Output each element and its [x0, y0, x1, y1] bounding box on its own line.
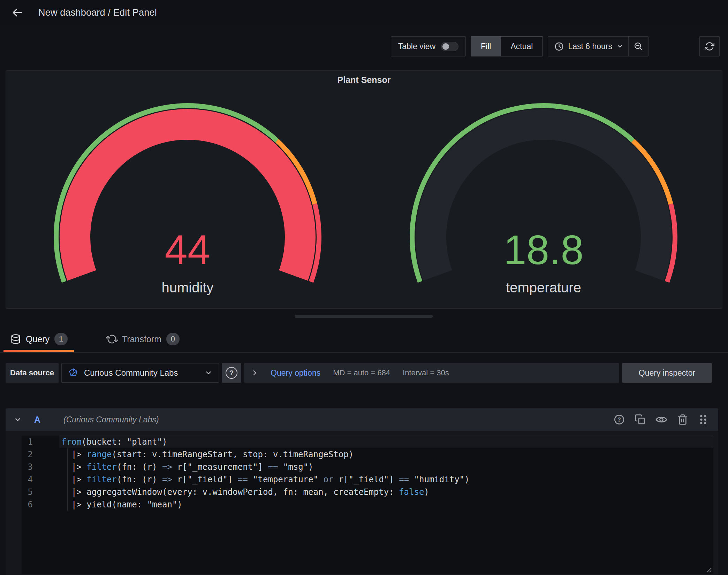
query-options-link[interactable]: Query options — [271, 368, 320, 378]
panel-resize-handle[interactable] — [295, 315, 433, 318]
panel-toolbar: Table view Fill Actual Last 6 hours — [391, 36, 720, 56]
actual-option[interactable]: Actual — [501, 37, 543, 56]
tab-query[interactable]: Query 1 — [3, 328, 74, 350]
table-view-toggle-group: Table view — [391, 36, 466, 56]
code-line[interactable]: 6 |> yield(name: "mean") — [22, 498, 713, 511]
gauge-label-temperature: temperature — [422, 280, 666, 296]
code-line[interactable]: 2 |> range(start: v.timeRangeStart, stop… — [22, 448, 713, 461]
zoom-out-button[interactable] — [629, 37, 648, 56]
tab-transform-label: Transform — [122, 334, 161, 344]
time-range-label: Last 6 hours — [568, 42, 612, 51]
query-editor-container: A (Curious Community Labs) ? — [6, 408, 718, 575]
code-line[interactable]: 1from(bucket: "plant") — [22, 436, 713, 448]
code-lines: 1from(bucket: "plant")2 |> range(start: … — [22, 436, 713, 511]
time-range-picker[interactable]: Last 6 hours — [548, 42, 628, 51]
chevron-down-icon — [616, 43, 623, 50]
tab-transform-count-badge: 0 — [166, 333, 180, 345]
tab-query-count-badge: 1 — [54, 333, 68, 345]
arrow-left-icon — [12, 7, 23, 18]
grafana-edit-panel-screen: New dashboard / Edit Panel Table view Fi… — [0, 0, 728, 575]
tab-transform[interactable]: Transform 0 — [102, 328, 184, 350]
query-datasource-name: (Curious Community Labs) — [63, 415, 159, 424]
query-a-header[interactable]: A (Curious Community Labs) ? — [6, 408, 718, 431]
fill-actual-segmented: Fill Actual — [471, 36, 543, 56]
query-options-strip: Query options MD = auto = 684 Interval =… — [244, 363, 619, 383]
flux-code-editor[interactable]: 1from(bucket: "plant")2 |> range(start: … — [22, 436, 713, 574]
eye-icon — [655, 414, 667, 426]
influxdb-icon — [68, 368, 78, 378]
collapse-chevron-icon[interactable] — [14, 416, 22, 423]
table-view-switch[interactable] — [441, 42, 458, 51]
query-inspector-button[interactable]: Query inspector — [622, 363, 712, 383]
gauge-value-temperature: 18.8 — [422, 229, 666, 270]
tab-query-label: Query — [26, 334, 50, 344]
drag-query-handle[interactable] — [698, 414, 708, 426]
query-help-button[interactable]: ? — [614, 414, 625, 425]
query-actions: ? — [614, 414, 708, 426]
tabs-divider — [0, 352, 728, 353]
code-line[interactable]: 3 |> filter(fn: (r) => r["_measurement"]… — [22, 461, 713, 473]
code-line[interactable]: 4 |> filter(fn: (r) => r["_field"] == "t… — [22, 473, 713, 486]
copy-icon — [635, 414, 646, 425]
top-nav: New dashboard / Edit Panel — [0, 0, 728, 25]
editor-resize-grip[interactable] — [705, 566, 712, 573]
gauges-canvas — [6, 71, 723, 309]
clock-icon — [554, 42, 564, 51]
refresh-icon — [705, 41, 714, 51]
duplicate-query-button[interactable] — [635, 414, 646, 425]
transform-icon — [105, 332, 119, 346]
code-line[interactable]: 5 |> aggregateWindow(every: v.windowPeri… — [22, 486, 713, 498]
zoom-out-icon — [634, 41, 643, 51]
plant-sensor-panel: Plant Sensor 44 humidity 18.8 temperatur… — [6, 70, 722, 309]
table-view-label: Table view — [398, 42, 435, 51]
datasource-help-button[interactable]: ? — [222, 363, 241, 383]
chevron-right-icon — [251, 369, 258, 376]
trash-icon — [677, 414, 688, 425]
grip-dots-icon — [698, 414, 708, 426]
back-button[interactable] — [10, 6, 24, 20]
datasource-row: Data source Curious Community Labs ? Que… — [6, 363, 712, 383]
toggle-visibility-button[interactable] — [655, 414, 667, 426]
active-tab-underline — [3, 350, 74, 352]
breadcrumb-title: New dashboard / Edit Panel — [38, 7, 157, 18]
time-range-group: Last 6 hours — [548, 36, 649, 56]
delete-query-button[interactable] — [677, 414, 688, 425]
query-ref-id: A — [34, 415, 40, 425]
datasource-label: Data source — [6, 363, 59, 383]
interval-text: Interval = 30s — [403, 368, 449, 377]
fill-option[interactable]: Fill — [471, 37, 501, 56]
gauge-value-humidity: 44 — [66, 229, 310, 270]
switch-knob — [442, 43, 449, 50]
datasource-name: Curious Community Labs — [84, 368, 199, 378]
help-icon: ? — [226, 367, 237, 379]
max-data-points-text: MD = auto = 684 — [333, 368, 390, 377]
svg-text:?: ? — [617, 417, 621, 423]
chevron-down-icon — [205, 369, 212, 377]
refresh-button[interactable] — [699, 36, 720, 56]
datasource-picker[interactable]: Curious Community Labs — [61, 363, 219, 383]
gauge-label-humidity: humidity — [66, 280, 310, 296]
database-icon — [10, 334, 21, 344]
